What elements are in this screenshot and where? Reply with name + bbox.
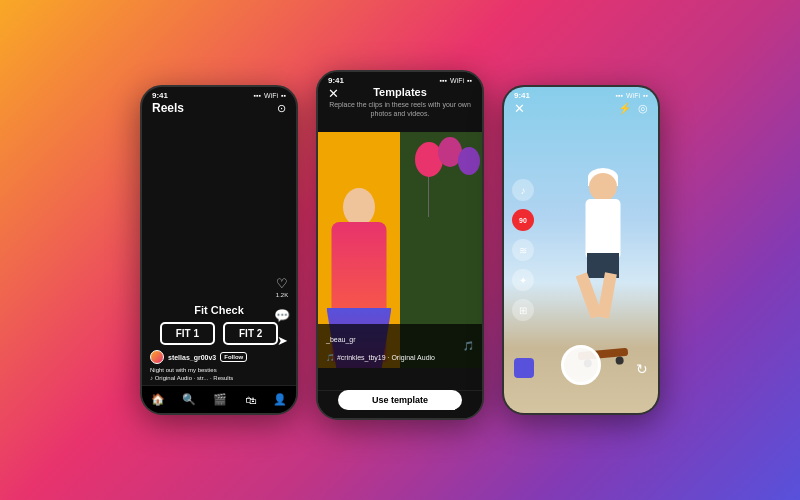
fit-2-button[interactable]: FIT 2 xyxy=(223,322,278,345)
music-control[interactable]: ♪ xyxy=(512,179,534,201)
battery-icon-cam: ▪▪ xyxy=(643,92,648,99)
music-icon: ♪ xyxy=(521,185,526,196)
camera-top-bar: ✕ ⚡ ◎ xyxy=(504,101,658,116)
shutter-button[interactable] xyxy=(561,345,601,385)
status-time-cam: 9:41 xyxy=(514,91,530,100)
templates-screen: 9:41 ▪▪▪ WiFi ▪▪ ✕ Templates Replace the… xyxy=(318,72,482,418)
camera-bottom-right: ↻ xyxy=(636,360,648,378)
templates-header: Templates Replace the clips in these ree… xyxy=(318,86,482,118)
status-icons-cam: ▪▪▪ WiFi ▪▪ xyxy=(616,92,648,99)
avatar xyxy=(150,350,164,364)
flash-icon[interactable]: ⚡ xyxy=(618,102,632,115)
signal-icon-cam: ▪▪▪ xyxy=(616,92,623,99)
like-button[interactable]: ♡ 1.2K xyxy=(276,276,288,298)
status-icons-tpl: ▪▪▪ WiFi ▪▪ xyxy=(440,77,472,84)
phone-templates: 9:41 ▪▪▪ WiFi ▪▪ ✕ Templates Replace the… xyxy=(316,70,484,420)
battery-icon: ▪▪ xyxy=(281,92,286,99)
wifi-icon-tpl: WiFi xyxy=(450,77,464,84)
template-head-left xyxy=(343,188,375,226)
template-audio: 🎵 #crinkles_tby19 · Original Audio xyxy=(326,354,435,361)
templates-title: Templates xyxy=(328,86,472,98)
preview-thumbnail[interactable] xyxy=(514,358,534,378)
camera-top-right-icons: ⚡ ◎ xyxy=(618,102,648,115)
phone-reels: 9:41 ▪▪▪ WiFi ▪▪ Reels ⊙ ♡ 1.2K 💬 xyxy=(140,85,298,415)
speed-control[interactable]: ≋ xyxy=(512,239,534,261)
effects-icon: ✦ xyxy=(519,275,527,286)
template-user-info: _beau_gr 🎵 #crinkles_tby19 · Original Au… xyxy=(326,328,435,364)
signal-icon-tpl: ▪▪▪ xyxy=(440,77,447,84)
balloon-3 xyxy=(458,147,480,175)
layout-control[interactable]: ⊞ xyxy=(512,299,534,321)
wifi-icon-cam: WiFi xyxy=(626,92,640,99)
heart-icon: ♡ xyxy=(276,276,288,291)
camera-icon[interactable]: ⊙ xyxy=(277,102,286,115)
close-button-tpl[interactable]: ✕ xyxy=(328,86,339,101)
status-time: 9:41 xyxy=(152,91,168,100)
settings-icon[interactable]: ◎ xyxy=(638,102,648,115)
fit-1-button[interactable]: FIT 1 xyxy=(160,322,215,345)
user-row: stellas_gr00v3 Follow xyxy=(150,350,266,364)
phone-camera: 9:41 ▪▪▪ WiFi ▪▪ ✕ ⚡ ◎ xyxy=(502,85,660,415)
skater-head xyxy=(589,173,617,201)
nav-search[interactable]: 🔍 xyxy=(182,393,196,406)
camera-close-button[interactable]: ✕ xyxy=(514,101,525,116)
skater-figure xyxy=(563,173,643,353)
fit-buttons: FIT 1 FIT 2 xyxy=(142,322,296,345)
fit-check-title: Fit Check xyxy=(142,304,296,316)
audio-label: ♪ Original Audio · str... · Results xyxy=(150,375,266,381)
status-bar: 9:41 ▪▪▪ WiFi ▪▪ xyxy=(142,87,296,102)
user-info: stellas_gr00v3 Follow Night out with my … xyxy=(150,350,266,381)
nav-profile[interactable]: 👤 xyxy=(273,393,287,406)
caption: Night out with my besties xyxy=(150,367,266,373)
template-username: _beau_gr xyxy=(326,336,356,343)
layout-icon: ⊞ xyxy=(519,305,527,316)
template-info-bar: _beau_gr 🎵 #crinkles_tby19 · Original Au… xyxy=(318,324,482,368)
skater-body xyxy=(586,199,621,259)
nav-shop[interactable]: 🛍 xyxy=(245,394,256,406)
skater-leg-right xyxy=(597,272,617,318)
wifi-icon: WiFi xyxy=(264,92,278,99)
follow-button[interactable]: Follow xyxy=(220,352,247,362)
nav-home[interactable]: 🏠 xyxy=(151,393,165,406)
phones-container: 9:41 ▪▪▪ WiFi ▪▪ Reels ⊙ ♡ 1.2K 💬 xyxy=(140,80,660,420)
reels-title: Reels xyxy=(152,101,184,115)
use-template-button[interactable]: Use template xyxy=(338,390,462,410)
username: stellas_gr00v3 xyxy=(168,354,216,361)
flip-camera-button[interactable]: ↻ xyxy=(636,361,648,377)
status-bar-cam: 9:41 ▪▪▪ WiFi ▪▪ xyxy=(504,87,658,102)
signal-icon: ▪▪▪ xyxy=(254,92,261,99)
balloon-string xyxy=(428,177,429,217)
camera-bottom-left xyxy=(514,358,534,378)
template-music-icon: 🎵 xyxy=(463,341,474,351)
effects-control[interactable]: ✦ xyxy=(512,269,534,291)
nav-reels[interactable]: 🎬 xyxy=(213,393,227,406)
like-count: 1.2K xyxy=(276,292,288,298)
bottom-nav: 🏠 🔍 🎬 🛍 👤 xyxy=(142,385,296,413)
timer-value: 90 xyxy=(519,217,527,224)
status-icons: ▪▪▪ WiFi ▪▪ xyxy=(254,92,286,99)
camera-left-controls: ♪ 90 ≋ ✦ ⊞ xyxy=(512,179,534,321)
timer-control[interactable]: 90 xyxy=(512,209,534,231)
status-time-tpl: 9:41 xyxy=(328,76,344,85)
speed-icon: ≋ xyxy=(519,245,527,256)
templates-subtitle: Replace the clips in these reels with yo… xyxy=(328,100,472,118)
reels-header: Reels ⊙ xyxy=(142,101,296,115)
battery-icon-tpl: ▪▪ xyxy=(467,77,472,84)
fit-check-section: Fit Check FIT 1 FIT 2 xyxy=(142,304,296,353)
status-bar-tpl: 9:41 ▪▪▪ WiFi ▪▪ xyxy=(318,72,482,87)
